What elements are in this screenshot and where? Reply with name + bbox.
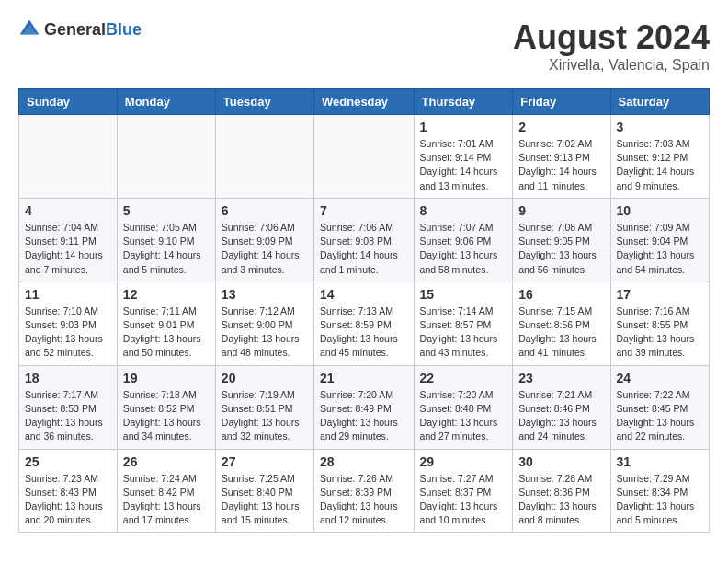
day-number: 29 [420,454,507,469]
calendar-cell: 19Sunrise: 7:18 AM Sunset: 8:52 PM Dayli… [117,365,215,449]
day-number: 15 [420,287,507,302]
day-number: 8 [420,203,507,218]
calendar-cell: 6Sunrise: 7:06 AM Sunset: 9:09 PM Daylig… [215,198,313,282]
weekday-header-monday: Monday [117,89,215,115]
logo-icon [18,18,40,40]
calendar-cell: 31Sunrise: 7:29 AM Sunset: 8:34 PM Dayli… [610,449,709,533]
calendar-cell: 20Sunrise: 7:19 AM Sunset: 8:51 PM Dayli… [215,365,313,449]
day-info: Sunrise: 7:16 AM Sunset: 8:55 PM Dayligh… [617,304,703,361]
day-info: Sunrise: 7:10 AM Sunset: 9:03 PM Dayligh… [25,304,111,361]
day-number: 18 [25,371,111,385]
weekday-header-friday: Friday [513,89,610,115]
calendar-week-row: 11Sunrise: 7:10 AM Sunset: 9:03 PM Dayli… [19,282,710,365]
day-number: 17 [617,287,703,302]
day-number: 24 [617,371,703,385]
day-info: Sunrise: 7:07 AM Sunset: 9:06 PM Dayligh… [420,221,507,277]
weekday-header-sunday: Sunday [19,89,118,115]
calendar-cell: 7Sunrise: 7:06 AM Sunset: 9:08 PM Daylig… [314,198,415,282]
day-info: Sunrise: 7:20 AM Sunset: 8:49 PM Dayligh… [320,388,408,444]
weekday-header-wednesday: Wednesday [314,89,415,115]
day-info: Sunrise: 7:11 AM Sunset: 9:01 PM Dayligh… [123,304,210,361]
day-number: 14 [320,287,408,302]
calendar-week-row: 1Sunrise: 7:01 AM Sunset: 9:14 PM Daylig… [19,115,710,199]
calendar-week-row: 25Sunrise: 7:23 AM Sunset: 8:43 PM Dayli… [19,449,710,533]
weekday-header-saturday: Saturday [610,89,709,115]
calendar-cell: 25Sunrise: 7:23 AM Sunset: 8:43 PM Dayli… [19,449,118,533]
day-info: Sunrise: 7:25 AM Sunset: 8:40 PM Dayligh… [222,472,308,528]
calendar-cell: 2Sunrise: 7:02 AM Sunset: 9:13 PM Daylig… [513,115,610,199]
calendar-cell: 10Sunrise: 7:09 AM Sunset: 9:04 PM Dayli… [610,198,709,282]
calendar-cell: 11Sunrise: 7:10 AM Sunset: 9:03 PM Dayli… [19,282,118,365]
calendar-cell: 18Sunrise: 7:17 AM Sunset: 8:53 PM Dayli… [19,365,118,449]
calendar-cell: 26Sunrise: 7:24 AM Sunset: 8:42 PM Dayli… [117,449,215,533]
day-info: Sunrise: 7:19 AM Sunset: 8:51 PM Dayligh… [222,388,308,444]
calendar-cell: 21Sunrise: 7:20 AM Sunset: 8:49 PM Dayli… [314,365,415,449]
page-header: GeneralBlue August 2024 Xirivella, Valen… [18,18,710,74]
day-info: Sunrise: 7:18 AM Sunset: 8:52 PM Dayligh… [123,388,210,444]
calendar-cell: 27Sunrise: 7:25 AM Sunset: 8:40 PM Dayli… [215,449,313,533]
logo-general-text: General [44,20,106,39]
day-number: 7 [320,203,408,218]
day-info: Sunrise: 7:09 AM Sunset: 9:04 PM Dayligh… [617,221,703,277]
day-number: 22 [420,371,507,385]
month-title: August 2024 [513,18,710,57]
calendar-table: SundayMondayTuesdayWednesdayThursdayFrid… [18,88,710,533]
calendar-week-row: 4Sunrise: 7:04 AM Sunset: 9:11 PM Daylig… [19,198,710,282]
day-number: 11 [25,287,111,302]
day-info: Sunrise: 7:04 AM Sunset: 9:11 PM Dayligh… [25,221,111,277]
day-number: 4 [25,203,111,218]
weekday-header-tuesday: Tuesday [215,89,313,115]
day-number: 28 [320,454,408,469]
day-number: 3 [617,120,703,134]
day-number: 27 [222,454,308,469]
day-info: Sunrise: 7:27 AM Sunset: 8:37 PM Dayligh… [420,472,507,528]
calendar-cell: 22Sunrise: 7:20 AM Sunset: 8:48 PM Dayli… [414,365,513,449]
day-number: 19 [123,371,210,385]
day-number: 1 [420,120,507,134]
day-info: Sunrise: 7:21 AM Sunset: 8:46 PM Dayligh… [518,388,604,444]
calendar-cell: 12Sunrise: 7:11 AM Sunset: 9:01 PM Dayli… [117,282,215,365]
day-info: Sunrise: 7:06 AM Sunset: 9:08 PM Dayligh… [320,221,408,277]
day-number: 10 [617,203,703,218]
day-info: Sunrise: 7:01 AM Sunset: 9:14 PM Dayligh… [420,137,507,193]
day-info: Sunrise: 7:15 AM Sunset: 8:56 PM Dayligh… [518,304,604,361]
calendar-cell: 4Sunrise: 7:04 AM Sunset: 9:11 PM Daylig… [19,198,118,282]
weekday-header-thursday: Thursday [414,89,513,115]
day-info: Sunrise: 7:02 AM Sunset: 9:13 PM Dayligh… [518,137,604,193]
weekday-header-row: SundayMondayTuesdayWednesdayThursdayFrid… [19,89,710,115]
day-number: 25 [25,454,111,469]
calendar-cell [117,115,215,199]
day-info: Sunrise: 7:06 AM Sunset: 9:09 PM Dayligh… [222,221,308,277]
logo: GeneralBlue [18,18,142,40]
day-number: 5 [123,203,210,218]
calendar-cell [314,115,415,199]
day-info: Sunrise: 7:13 AM Sunset: 8:59 PM Dayligh… [320,304,408,361]
day-number: 21 [320,371,408,385]
day-info: Sunrise: 7:05 AM Sunset: 9:10 PM Dayligh… [123,221,210,277]
day-info: Sunrise: 7:08 AM Sunset: 9:05 PM Dayligh… [518,221,604,277]
day-info: Sunrise: 7:12 AM Sunset: 9:00 PM Dayligh… [222,304,308,361]
day-info: Sunrise: 7:03 AM Sunset: 9:12 PM Dayligh… [617,137,703,193]
calendar-cell: 17Sunrise: 7:16 AM Sunset: 8:55 PM Dayli… [610,282,709,365]
calendar-cell: 8Sunrise: 7:07 AM Sunset: 9:06 PM Daylig… [414,198,513,282]
logo-blue-text: Blue [106,20,142,39]
day-info: Sunrise: 7:20 AM Sunset: 8:48 PM Dayligh… [420,388,507,444]
calendar-cell: 5Sunrise: 7:05 AM Sunset: 9:10 PM Daylig… [117,198,215,282]
day-number: 30 [518,454,604,469]
day-number: 26 [123,454,210,469]
calendar-cell: 1Sunrise: 7:01 AM Sunset: 9:14 PM Daylig… [414,115,513,199]
calendar-cell [19,115,118,199]
calendar-cell: 29Sunrise: 7:27 AM Sunset: 8:37 PM Dayli… [414,449,513,533]
calendar-cell: 16Sunrise: 7:15 AM Sunset: 8:56 PM Dayli… [513,282,610,365]
day-number: 6 [222,203,308,218]
day-info: Sunrise: 7:22 AM Sunset: 8:45 PM Dayligh… [617,388,703,444]
day-info: Sunrise: 7:14 AM Sunset: 8:57 PM Dayligh… [420,304,507,361]
day-number: 20 [222,371,308,385]
calendar-cell: 9Sunrise: 7:08 AM Sunset: 9:05 PM Daylig… [513,198,610,282]
calendar-cell [215,115,313,199]
calendar-cell: 13Sunrise: 7:12 AM Sunset: 9:00 PM Dayli… [215,282,313,365]
calendar-cell: 23Sunrise: 7:21 AM Sunset: 8:46 PM Dayli… [513,365,610,449]
location-title: Xirivella, Valencia, Spain [513,57,710,74]
calendar-cell: 15Sunrise: 7:14 AM Sunset: 8:57 PM Dayli… [414,282,513,365]
calendar-cell: 28Sunrise: 7:26 AM Sunset: 8:39 PM Dayli… [314,449,415,533]
